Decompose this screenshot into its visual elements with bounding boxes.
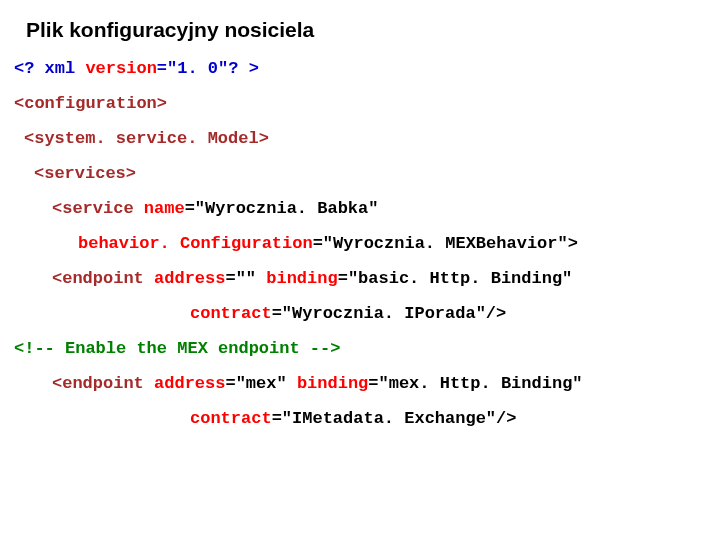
xml-value: ="IMetadata. Exchange"/> <box>272 409 517 428</box>
xml-tag: <endpoint <box>52 269 154 288</box>
xml-attr: address <box>154 269 225 288</box>
xml-value: ="Wyrocznia. IPorada"/> <box>272 304 507 323</box>
xml-attr: contract <box>190 304 272 323</box>
xml-value: ="mex. Http. Binding" <box>368 374 582 393</box>
code-line: contract="Wyrocznia. IPorada"/> <box>190 305 706 322</box>
code-line: <system. service. Model> <box>24 130 706 147</box>
code-line: <endpoint address="mex" binding="mex. Ht… <box>52 375 706 392</box>
xml-attr: contract <box>190 409 272 428</box>
slide-title: Plik konfiguracyjny nosiciela <box>26 18 706 42</box>
xml-attr: binding <box>266 269 337 288</box>
xml-attr: behavior. Configuration <box>78 234 313 253</box>
xml-attr: version <box>85 59 156 78</box>
xml-tag: <system. service. Model> <box>24 129 269 148</box>
code-line: contract="IMetadata. Exchange"/> <box>190 410 706 427</box>
code-line: behavior. Configuration="Wyrocznia. MEXB… <box>78 235 706 252</box>
xml-value: ="Wyrocznia. MEXBehavior"> <box>313 234 578 253</box>
xml-value: ="Wyrocznia. Babka" <box>185 199 379 218</box>
xml-keyword: ="1. 0"? > <box>157 59 259 78</box>
xml-value: ="" <box>225 269 266 288</box>
code-line: <service name="Wyrocznia. Babka" <box>52 200 706 217</box>
xml-value: ="basic. Http. Binding" <box>338 269 573 288</box>
code-line: <endpoint address="" binding="basic. Htt… <box>52 270 706 287</box>
xml-tag: <service <box>52 199 144 218</box>
xml-tag: <services> <box>34 164 136 183</box>
xml-attr: address <box>154 374 225 393</box>
code-line: <!-- Enable the MEX endpoint --> <box>14 340 706 357</box>
xml-tag: <endpoint <box>52 374 154 393</box>
xml-attr: name <box>144 199 185 218</box>
xml-comment: <!-- Enable the MEX endpoint --> <box>14 339 340 358</box>
xml-keyword: <? xml <box>14 59 85 78</box>
code-block: <? xml version="1. 0"? > <configuration>… <box>14 60 706 427</box>
code-line: <configuration> <box>14 95 706 112</box>
xml-value: ="mex" <box>225 374 296 393</box>
code-line: <services> <box>34 165 706 182</box>
xml-attr: binding <box>297 374 368 393</box>
code-line: <? xml version="1. 0"? > <box>14 60 706 77</box>
xml-tag: <configuration> <box>14 94 167 113</box>
